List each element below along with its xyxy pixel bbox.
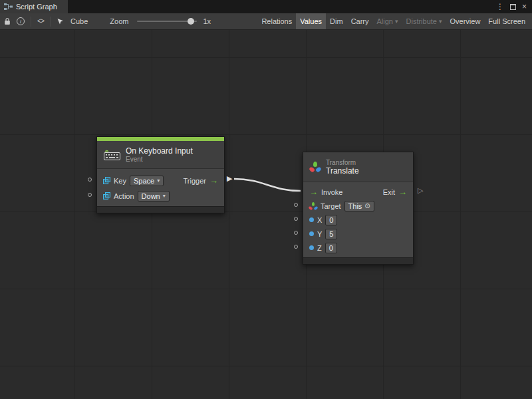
node-header[interactable]: Transform Translate bbox=[303, 152, 413, 182]
distribute-button[interactable]: Distribute ▾ bbox=[402, 13, 446, 29]
overview-button[interactable]: Overview bbox=[446, 13, 485, 29]
node-header[interactable]: On Keyboard Input Event bbox=[97, 141, 224, 168]
action-row: Action Down ▾ bbox=[97, 188, 224, 203]
invoke-label: Invoke bbox=[321, 188, 342, 196]
key-dropdown[interactable]: Space ▾ bbox=[130, 176, 164, 186]
carry-button[interactable]: Carry bbox=[347, 13, 373, 29]
y-input-port[interactable] bbox=[294, 231, 298, 235]
action-dropdown-value: Down bbox=[142, 192, 160, 200]
transform-icon bbox=[310, 162, 321, 172]
zoom-slider-handle[interactable] bbox=[188, 18, 194, 25]
exit-output-port[interactable]: ▷ bbox=[418, 187, 423, 194]
dim-button[interactable]: Dim bbox=[326, 13, 347, 29]
graph-canvas[interactable]: On Keyboard Input Event Key Space ▾ Trig… bbox=[0, 30, 532, 399]
window-menu-icon[interactable]: ⋮ bbox=[496, 3, 504, 11]
chevron-down-icon: ▾ bbox=[157, 178, 160, 184]
chevron-down-icon: ▾ bbox=[395, 18, 398, 25]
y-field[interactable]: 5 bbox=[325, 229, 337, 239]
graph-icon bbox=[4, 3, 13, 11]
key-row: Key Space ▾ Trigger → bbox=[97, 173, 224, 188]
fullscreen-button[interactable]: Full Screen bbox=[484, 13, 529, 29]
x-field[interactable]: 0 bbox=[325, 215, 337, 225]
y-label: Y bbox=[317, 230, 322, 238]
zoom-value: 1x bbox=[203, 17, 211, 25]
node-title: Translate bbox=[326, 166, 359, 176]
target-input-port[interactable] bbox=[294, 203, 298, 207]
window-controls: ⋮ × bbox=[496, 0, 532, 13]
align-button[interactable]: Align ▾ bbox=[373, 13, 402, 29]
toolbar-right-group: Relations Values Dim Carry Align ▾ Distr… bbox=[257, 13, 529, 29]
x-input-port[interactable] bbox=[294, 217, 298, 221]
value-port-icon bbox=[309, 245, 314, 250]
action-label: Action bbox=[114, 192, 134, 200]
align-label: Align bbox=[377, 17, 393, 25]
node-title-block: On Keyboard Input Event bbox=[126, 146, 193, 163]
value-port-icon bbox=[309, 217, 314, 222]
action-input-port[interactable] bbox=[88, 193, 92, 197]
z-label: Z bbox=[317, 244, 322, 252]
object-icon bbox=[103, 192, 110, 200]
invoke-row: → Invoke Exit → bbox=[303, 185, 413, 199]
exit-label: Exit bbox=[383, 188, 395, 196]
node-body: → Invoke Exit → Target This ⊙ X 0 bbox=[303, 182, 413, 257]
target-value: This bbox=[348, 202, 362, 210]
selection-cursor-icon bbox=[57, 17, 65, 25]
node-body: Key Space ▾ Trigger → Action Down ▾ bbox=[97, 168, 224, 206]
trigger-output-port[interactable]: ▶ bbox=[227, 175, 232, 182]
keyboard-icon bbox=[104, 149, 120, 160]
target-picker-icon[interactable]: ⊙ bbox=[364, 202, 370, 209]
key-label: Key bbox=[114, 177, 126, 185]
node-title-block: Transform Translate bbox=[326, 159, 359, 176]
tab-script-graph[interactable]: Script Graph bbox=[0, 0, 68, 13]
chevron-down-icon: ▾ bbox=[163, 193, 166, 199]
node-transform-translate[interactable]: Transform Translate → Invoke Exit → Targ… bbox=[303, 152, 414, 265]
info-icon[interactable]: i bbox=[17, 17, 25, 25]
x-row: X 0 bbox=[303, 213, 413, 227]
node-on-keyboard-input[interactable]: On Keyboard Input Event Key Space ▾ Trig… bbox=[96, 136, 225, 213]
key-dropdown-value: Space bbox=[134, 177, 154, 185]
values-button[interactable]: Values bbox=[296, 13, 326, 29]
relations-button[interactable]: Relations bbox=[257, 13, 296, 29]
connection-wire bbox=[0, 30, 532, 399]
graph-toolbar: i <> Cube Zoom 1x Relations Values Dim C… bbox=[0, 13, 532, 30]
exit-flow-arrow-icon[interactable]: → bbox=[398, 188, 407, 196]
distribute-label: Distribute bbox=[406, 17, 437, 25]
window-maximize-icon[interactable] bbox=[510, 4, 516, 10]
action-dropdown[interactable]: Down ▾ bbox=[138, 191, 170, 201]
target-row: Target This ⊙ bbox=[303, 199, 413, 213]
toolbar-separator bbox=[31, 17, 31, 27]
selection-name: Cube bbox=[70, 17, 88, 25]
zoom-slider[interactable] bbox=[137, 17, 197, 26]
toolbar-separator bbox=[50, 17, 51, 27]
transform-icon bbox=[309, 202, 317, 210]
node-footer bbox=[303, 257, 413, 264]
node-title: On Keyboard Input bbox=[126, 146, 193, 156]
node-subtitle: Event bbox=[126, 156, 193, 163]
tab-bar: Script Graph ⋮ × bbox=[0, 0, 532, 13]
key-input-port[interactable] bbox=[88, 178, 92, 182]
value-port-icon bbox=[309, 231, 314, 236]
y-row: Y 5 bbox=[303, 227, 413, 241]
node-footer bbox=[97, 206, 224, 213]
z-field[interactable]: 0 bbox=[325, 243, 337, 253]
invoke-flow-arrow-icon[interactable]: → bbox=[309, 188, 318, 196]
toolbar-left-group: i <> Cube Zoom 1x bbox=[4, 17, 211, 27]
node-category: Transform bbox=[326, 159, 359, 166]
trigger-flow-arrow-icon[interactable]: → bbox=[209, 176, 218, 185]
code-view-icon[interactable]: <> bbox=[37, 18, 44, 25]
zoom-label: Zoom bbox=[110, 17, 128, 25]
tab-title: Script Graph bbox=[16, 3, 57, 11]
chevron-down-icon: ▾ bbox=[439, 18, 442, 25]
object-icon bbox=[103, 177, 110, 184]
lock-icon[interactable] bbox=[4, 17, 11, 25]
z-row: Z 0 bbox=[303, 241, 413, 255]
target-field[interactable]: This ⊙ bbox=[344, 201, 374, 211]
trigger-label: Trigger bbox=[184, 177, 206, 185]
z-input-port[interactable] bbox=[294, 245, 298, 249]
x-label: X bbox=[317, 216, 322, 224]
target-label: Target bbox=[321, 202, 341, 210]
window-close-icon[interactable]: × bbox=[522, 3, 527, 11]
